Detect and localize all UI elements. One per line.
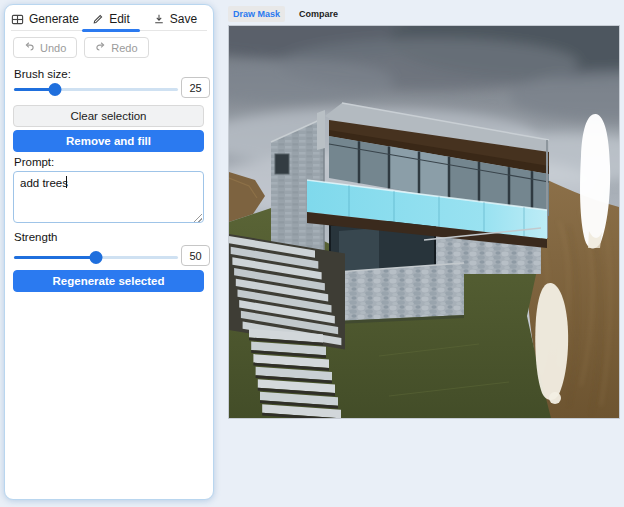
prompt-label: Prompt: bbox=[14, 156, 54, 168]
redo-arrow-icon bbox=[95, 41, 106, 54]
sidebar-tabbar: Generate Edit Save bbox=[11, 8, 207, 31]
strength-slider-fill bbox=[14, 256, 96, 259]
tab-save-label: Save bbox=[170, 12, 197, 26]
regenerate-selected-button[interactable]: Regenerate selected bbox=[13, 270, 204, 292]
tab-edit-label: Edit bbox=[109, 12, 130, 26]
remove-and-fill-button[interactable]: Remove and fill bbox=[13, 130, 204, 152]
canvas-image bbox=[229, 26, 619, 418]
download-icon bbox=[153, 13, 165, 25]
strength-slider-thumb[interactable] bbox=[90, 251, 103, 264]
canvas-tabbar: Draw Mask Compare bbox=[228, 6, 343, 22]
tab-generate[interactable]: Generate bbox=[11, 8, 79, 30]
clear-selection-button[interactable]: Clear selection bbox=[13, 105, 204, 127]
redo-button[interactable]: Redo bbox=[84, 37, 148, 58]
tab-compare[interactable]: Compare bbox=[294, 6, 343, 22]
mask-drawing-canvas[interactable] bbox=[228, 25, 620, 419]
image-grid-icon bbox=[11, 13, 24, 26]
strength-label: Strength bbox=[14, 231, 57, 243]
strength-slider[interactable] bbox=[14, 250, 178, 264]
tab-generate-label: Generate bbox=[29, 12, 79, 26]
brush-slider-thumb[interactable] bbox=[49, 83, 62, 96]
tab-save[interactable]: Save bbox=[143, 8, 207, 30]
edit-sidebar: Generate Edit Save Undo bbox=[4, 4, 214, 500]
brush-size-value[interactable]: 25 bbox=[181, 77, 210, 98]
tab-edit[interactable]: Edit bbox=[79, 8, 143, 30]
prompt-input[interactable]: add trees bbox=[13, 171, 204, 223]
undo-button[interactable]: Undo bbox=[13, 37, 77, 58]
app-root: Generate Edit Save Undo bbox=[0, 0, 624, 507]
brush-size-slider[interactable] bbox=[14, 82, 178, 96]
strength-value[interactable]: 50 bbox=[181, 245, 210, 266]
brush-size-label: Brush size: bbox=[14, 68, 71, 80]
undo-arrow-icon bbox=[24, 41, 35, 54]
tab-draw-mask[interactable]: Draw Mask bbox=[228, 6, 285, 22]
undo-label: Undo bbox=[40, 42, 66, 54]
pencil-icon bbox=[92, 13, 104, 25]
history-buttons: Undo Redo bbox=[13, 37, 149, 58]
redo-label: Redo bbox=[111, 42, 137, 54]
text-caret bbox=[66, 176, 67, 188]
